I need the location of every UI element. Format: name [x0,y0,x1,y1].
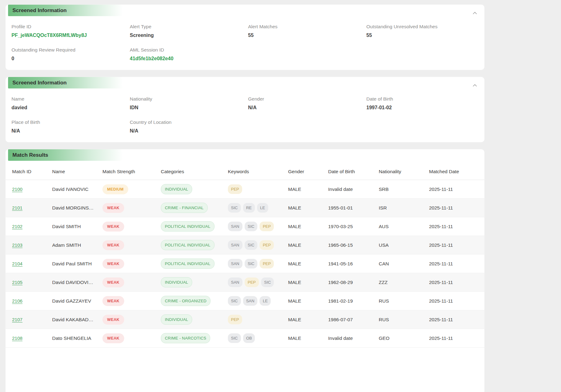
cell-gender: MALE [288,187,328,192]
cell-name: David GAZZAYEV [52,298,102,304]
cell-gender: MALE [288,261,328,267]
cell-gender: MALE [288,205,328,211]
table-row: 2108Dato SHENGELIAWEAKCRIME - NARCOTICSS… [6,329,484,348]
cell-matched-date: 2025-11-11 [429,187,479,192]
match-strength-badge: WEAK [102,203,124,213]
cell-matched-date: 2025-11-11 [429,336,479,341]
keyword-badge: SIC [245,222,258,231]
field-country-of-location: Country of LocationN/A [130,119,248,134]
category-badge: POLITICAL INDIVIDUAL [161,240,215,250]
field-value: 0 [11,56,130,61]
cell-nationality: RUS [379,317,429,322]
cell-nationality: SRB [379,187,429,192]
match-strength-badge: MEDIUM [102,184,128,194]
field-nationality: NationalityIDN [130,96,248,110]
keyword-badge: SAN [228,277,242,287]
cell-date-of-birth: 1986-07-07 [328,317,379,322]
match-id-link[interactable]: 2104 [12,261,22,266]
cell-categories: POLITICAL INDIVIDUAL [161,258,228,270]
cell-gender: MALE [288,317,328,322]
cell-nationality: ZZZ [379,280,429,285]
subject-fields-grid: NamedaviedNationalityIDNGenderN/ADate of… [6,88,484,143]
cell-keywords: PEP [228,314,288,325]
cell-date-of-birth: 1965-06-15 [328,242,379,248]
cell-categories: CRIME - FINANCIAL [161,202,228,214]
field-gender: GenderN/A [248,96,366,110]
category-badge: INDIVIDUAL [161,184,192,194]
keyword-badge: SIC [228,203,241,213]
match-strength-badge: WEAK [102,296,124,306]
field-alert-type: Alert TypeScreening [130,24,248,38]
screened-information-summary-card: Screened Information Profile IDPF_jeWACQ… [6,5,484,70]
match-id-link[interactable]: 2107 [12,317,22,322]
cell-match-id: 2106 [12,298,52,304]
cell-nationality: RUS [379,298,429,304]
cell-keywords: SANSICPEP [228,221,288,232]
table-row: 2104David Paul SMITHWEAKPOLITICAL INDIVI… [6,255,484,273]
field-value: N/A [248,105,366,110]
column-header-date-of-birth: Date of Birth [328,169,379,174]
cell-categories: CRIME - ORGANIZED [161,295,228,307]
cell-match-strength: WEAK [102,222,161,232]
field-label: Alert Type [130,24,248,29]
cell-name: Dato SHENGELIA [52,336,102,341]
collapse-card-button[interactable] [471,83,478,89]
column-header-match-id: Match ID [12,169,52,174]
match-results-header-row: Match IDNameMatch StrengthCategoriesKeyw… [6,163,484,180]
column-header-gender: Gender [288,169,328,174]
match-id-link[interactable]: 2101 [12,205,22,210]
table-row: 2100David IVANOVICMEDIUMINDIVIDUALPEPMAL… [6,180,484,199]
match-id-link[interactable]: 2103 [12,242,22,248]
cell-date-of-birth: Invalid date [328,187,379,192]
match-id-link[interactable]: 2100 [12,187,22,192]
column-header-nationality: Nationality [379,169,429,174]
cell-match-id: 2104 [12,261,52,267]
table-row: 2105David DAVIDOVI…WEAKINDIVIDUALSANPEPS… [6,273,484,292]
match-id-link[interactable]: 2108 [12,336,22,341]
cell-date-of-birth: 1981-02-19 [328,298,379,304]
keyword-badge: OB [243,333,255,343]
field-label: Gender [248,96,366,102]
cell-matched-date: 2025-11-11 [429,317,479,322]
cell-name: David IVANOVIC [52,187,102,192]
keyword-badge: SIC [245,240,258,250]
field-label: Outstanding Unresolved Matches [366,24,485,29]
keyword-badge: PEP [260,222,274,231]
cell-categories: INDIVIDUAL [161,183,228,195]
field-value: davied [11,105,130,110]
cell-categories: CRIME - NARCOTICS [161,332,228,344]
column-header-categories: Categories [161,169,228,174]
match-id-link[interactable]: 2102 [12,224,22,229]
match-results-card: Match Results Match IDNameMatch Strength… [6,149,484,392]
cell-match-id: 2100 [12,187,52,192]
card-title-match-results: Match Results [8,149,128,161]
match-id-link[interactable]: 2106 [12,298,22,304]
cell-match-id: 2105 [12,280,52,285]
cell-date-of-birth: 1962-08-29 [328,280,379,285]
field-value: N/A [11,128,130,134]
field-label: Date of Birth [366,96,485,102]
field-outstanding-review-required: Outstanding Review Required0 [11,47,130,61]
keyword-badge: SIC [245,259,258,268]
cell-categories: POLITICAL INDIVIDUAL [161,220,228,232]
chevron-up-icon [472,11,477,17]
cell-match-strength: MEDIUM [102,184,161,194]
chevron-up-icon [472,83,477,89]
field-profile-id: Profile IDPF_jeWACQOcT8X6RMfLWby8J [11,24,130,38]
keyword-badge: SIC [261,277,274,287]
cell-match-strength: WEAK [102,240,161,250]
keyword-badge: SAN [228,222,242,231]
cell-nationality: ISR [379,205,429,211]
match-strength-badge: WEAK [102,333,124,343]
cell-name: Adam SMITH [52,242,102,248]
cell-name: David SMITH [52,224,102,229]
match-strength-badge: WEAK [102,222,124,232]
field-value: PF_jeWACQOcT8X6RMfLWby8J [11,33,130,38]
field-value: IDN [130,105,248,110]
category-badge: CRIME - NARCOTICS [161,333,210,343]
field-label: Alert Matches [248,24,366,29]
cell-name: David Paul SMITH [52,261,102,267]
match-id-link[interactable]: 2105 [12,280,22,285]
collapse-card-button[interactable] [471,10,478,17]
cell-keywords: SANPEPSIC [228,277,288,288]
